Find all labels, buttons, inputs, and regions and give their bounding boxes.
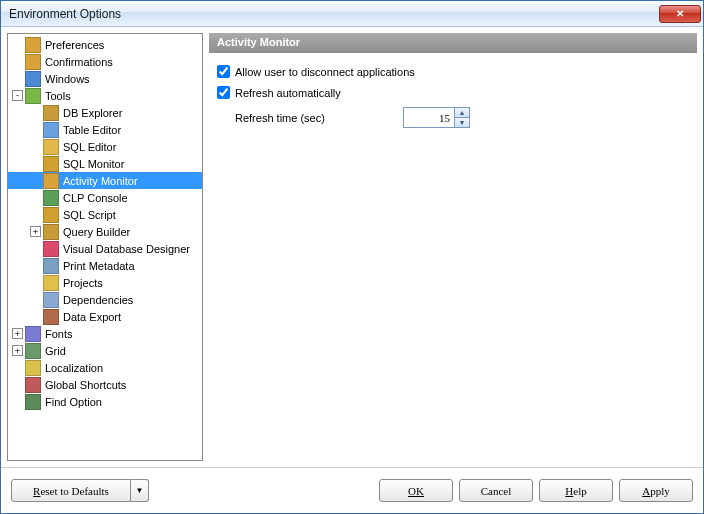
detail-panel: Activity Monitor Allow user to disconnec… [209,33,697,461]
expander-icon[interactable]: + [12,328,23,339]
tree-item-label: Table Editor [61,124,123,136]
tree-item-label: Projects [61,277,105,289]
tree-item-label: Localization [43,362,105,374]
tree-item-label: Global Shortcuts [43,379,128,391]
expander-icon[interactable]: + [12,345,23,356]
tree-item-icon [25,360,41,376]
tree-item-label: Preferences [43,39,106,51]
spinner-up[interactable]: ▲ [455,108,469,118]
tree-item-projects[interactable]: Projects [8,274,202,291]
refresh-time-spinner[interactable]: ▲ ▼ [403,107,470,128]
tree-item-icon [25,394,41,410]
tree-item-icon [25,88,41,104]
tree-item-label: SQL Script [61,209,118,221]
tree-item-windows[interactable]: Windows [8,70,202,87]
tree-item-label: Data Export [61,311,123,323]
spinner-down[interactable]: ▼ [455,118,469,127]
tree-item-icon [43,156,59,172]
reset-button-group[interactable]: Reset to Defaults ▼ [11,479,149,502]
tree-item-tools[interactable]: -Tools [8,87,202,104]
tree-item-visual-database-designer[interactable]: Visual Database Designer [8,240,202,257]
tree-item-icon [43,224,59,240]
allow-disconnect-row[interactable]: Allow user to disconnect applications [217,65,689,78]
tree-item-query-builder[interactable]: +Query Builder [8,223,202,240]
tree-item-label: Activity Monitor [61,175,140,187]
tree-item-icon [43,241,59,257]
tree-item-icon [43,258,59,274]
tree-item-label: Windows [43,73,92,85]
navigation-tree[interactable]: PreferencesConfirmationsWindows-ToolsDB … [7,33,203,461]
tree-item-label: Find Option [43,396,104,408]
tree-item-data-export[interactable]: Data Export [8,308,202,325]
tree-item-label: Dependencies [61,294,135,306]
tree-item-icon [25,377,41,393]
tree-item-label: Fonts [43,328,75,340]
ok-button[interactable]: OK [379,479,453,502]
tree-item-label: SQL Monitor [61,158,126,170]
tree-item-icon [43,207,59,223]
tree-item-dependencies[interactable]: Dependencies [8,291,202,308]
tree-item-table-editor[interactable]: Table Editor [8,121,202,138]
tree-item-icon [25,71,41,87]
refresh-auto-checkbox[interactable] [217,86,230,99]
reset-dropdown[interactable]: ▼ [131,479,149,502]
refresh-time-input[interactable] [404,108,454,127]
tree-item-icon [43,275,59,291]
tree-item-icon [43,139,59,155]
tree-item-label: Grid [43,345,68,357]
tree-item-icon [43,173,59,189]
close-button[interactable]: ✕ [659,5,701,23]
tree-item-label: Query Builder [61,226,132,238]
tree-item-find-option[interactable]: Find Option [8,393,202,410]
tree-item-localization[interactable]: Localization [8,359,202,376]
refresh-time-row: Refresh time (sec) ▲ ▼ [235,107,689,128]
expander-icon[interactable]: + [30,226,41,237]
section-body: Allow user to disconnect applications Re… [209,53,697,140]
spinner-buttons[interactable]: ▲ ▼ [454,108,469,127]
tree-item-label: Tools [43,90,73,102]
tree-item-icon [43,190,59,206]
allow-disconnect-label: Allow user to disconnect applications [235,66,415,78]
section-header: Activity Monitor [209,33,697,53]
tree-item-label: Confirmations [43,56,115,68]
tree-item-fonts[interactable]: +Fonts [8,325,202,342]
tree-item-db-explorer[interactable]: DB Explorer [8,104,202,121]
tree-item-confirmations[interactable]: Confirmations [8,53,202,70]
tree-item-activity-monitor[interactable]: Activity Monitor [8,172,202,189]
tree-item-sql-script[interactable]: SQL Script [8,206,202,223]
tree-item-icon [43,309,59,325]
tree-item-label: DB Explorer [61,107,124,119]
tree-item-icon [25,54,41,70]
tree-item-label: Visual Database Designer [61,243,192,255]
tree-item-icon [25,326,41,342]
apply-button[interactable]: Apply [619,479,693,502]
button-bar: Reset to Defaults ▼ OK Cancel Help Apply [1,467,703,513]
tree-item-label: Print Metadata [61,260,137,272]
cancel-button[interactable]: Cancel [459,479,533,502]
tree-item-label: SQL Editor [61,141,118,153]
tree-item-icon [43,105,59,121]
refresh-time-label: Refresh time (sec) [235,112,403,124]
tree-item-icon [25,343,41,359]
tree-item-grid[interactable]: +Grid [8,342,202,359]
tree-item-sql-editor[interactable]: SQL Editor [8,138,202,155]
tree-item-global-shortcuts[interactable]: Global Shortcuts [8,376,202,393]
content-area: PreferencesConfirmationsWindows-ToolsDB … [1,27,703,467]
tree-item-icon [25,37,41,53]
tree-item-label: CLP Console [61,192,130,204]
titlebar: Environment Options ✕ [1,1,703,27]
tree-item-icon [43,292,59,308]
window-title: Environment Options [9,7,659,21]
refresh-auto-row[interactable]: Refresh automatically [217,86,689,99]
tree-item-sql-monitor[interactable]: SQL Monitor [8,155,202,172]
allow-disconnect-checkbox[interactable] [217,65,230,78]
tree-item-preferences[interactable]: Preferences [8,36,202,53]
tree-item-icon [43,122,59,138]
expander-icon[interactable]: - [12,90,23,101]
reset-button[interactable]: Reset to Defaults [11,479,131,502]
tree-item-clp-console[interactable]: CLP Console [8,189,202,206]
refresh-auto-label: Refresh automatically [235,87,341,99]
help-button[interactable]: Help [539,479,613,502]
tree-item-print-metadata[interactable]: Print Metadata [8,257,202,274]
